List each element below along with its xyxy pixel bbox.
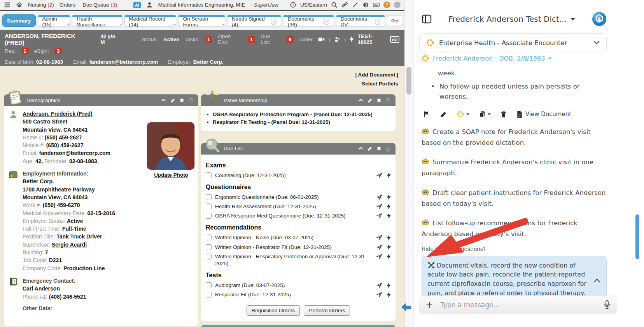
checkbox[interactable] [206, 235, 212, 240]
user-avatar-placeholder[interactable] [394, 2, 401, 8]
req-count-badge[interactable]: 1 [21, 48, 29, 54]
collapse-icon[interactable] [358, 146, 363, 151]
search-icon[interactable] [331, 2, 338, 8]
select-portlets-link[interactable]: Select Portlets [355, 80, 398, 89]
chevron-up-icon[interactable] [593, 277, 601, 286]
close-icon[interactable]: ✖ [377, 97, 381, 103]
main-scrollbar-track[interactable] [404, 0, 413, 327]
requisition-orders-button[interactable]: Requisition Orders [247, 305, 300, 316]
tab-documents-dv[interactable]: Documents-DV↗ [336, 15, 385, 26]
quick-action-bolt-icon[interactable] [350, 36, 354, 42]
edit-icon[interactable] [368, 98, 373, 103]
help-icon[interactable]: ? [383, 2, 390, 8]
flag-icon[interactable] [423, 111, 430, 118]
tab-on-screen-forms[interactable]: On Screen Forms [178, 15, 225, 26]
close-icon[interactable]: ✖ [180, 97, 184, 103]
order-link[interactable]: Order [299, 37, 313, 42]
quick-action-bolt-icon[interactable] [387, 235, 391, 240]
esign-count-badge[interactable]: 3 [54, 48, 62, 54]
due-list-header[interactable]: Due List ✖ [201, 143, 396, 155]
trash-icon[interactable] [500, 111, 507, 118]
checkbox[interactable] [206, 194, 212, 200]
send-icon[interactable] [376, 213, 382, 219]
collapse-sidebar-arrow-icon[interactable] [400, 302, 413, 312]
suggestion-item[interactable]: List follow-up recommendations for Frede… [422, 218, 607, 240]
message-input[interactable] [440, 301, 597, 309]
perform-orders-button[interactable]: Perform Orders [304, 305, 350, 316]
wand-icon[interactable] [352, 2, 359, 8]
main-scrollbar-thumb[interactable] [406, 67, 411, 95]
supervisor-link[interactable]: Sergio Acardi [52, 242, 87, 248]
view-document-button[interactable]: View Document [516, 111, 571, 118]
encounter-selector[interactable]: Enterprise Health - Associate Encounter [419, 33, 607, 52]
checkbox[interactable] [206, 254, 212, 259]
send-icon[interactable] [376, 244, 382, 250]
add-person-icon[interactable] [334, 36, 341, 43]
video-camera-icon[interactable] [318, 36, 325, 43]
chart-stats-icon[interactable] [390, 36, 400, 43]
sidebar-scrollbar-thumb[interactable] [635, 214, 639, 259]
update-photo-link[interactable]: Update Photo [154, 172, 188, 178]
checkbox[interactable] [206, 292, 212, 297]
send-icon[interactable] [376, 235, 382, 240]
nav-doc-queue[interactable]: Doc Queue(3) [82, 2, 117, 8]
checkbox[interactable] [206, 213, 212, 219]
globe-icon[interactable] [362, 2, 369, 8]
quick-action-bolt-icon[interactable] [387, 204, 391, 209]
tab-medical-record[interactable]: Medical Record (14) [124, 15, 177, 26]
tab-health-surveillance[interactable]: Health Surveillance [72, 15, 122, 26]
send-icon[interactable] [376, 254, 382, 259]
attach-plus-button[interactable]: + [425, 300, 433, 310]
tab-documents[interactable]: Documents (36)↗ [283, 15, 334, 26]
add-document-link[interactable]: | Add Document | [355, 71, 398, 80]
hamburger-menu-icon[interactable] [4, 2, 10, 8]
demographics-portlet-header[interactable]: Demographics ✖ [4, 94, 198, 106]
move-icon[interactable] [385, 146, 391, 151]
open-enc-count-badge[interactable]: 1 [248, 36, 255, 43]
checkbox[interactable] [206, 172, 212, 178]
tab-settings-button[interactable]: ⚙⚙ [387, 15, 402, 26]
send-icon[interactable] [376, 204, 382, 209]
open-external-icon[interactable]: ↗ [375, 19, 381, 25]
send-icon[interactable] [376, 292, 382, 297]
home-icon[interactable] [16, 2, 23, 8]
close-icon[interactable]: ✖ [377, 146, 381, 151]
tab-needs-signed[interactable]: Needs Signed (4)↗ [227, 15, 281, 26]
nav-orders[interactable]: Orders [60, 2, 77, 8]
move-icon[interactable] [385, 97, 391, 103]
checkbox[interactable] [206, 204, 212, 209]
move-icon[interactable] [188, 97, 194, 103]
copy-menu[interactable] [479, 111, 491, 118]
checkbox[interactable] [206, 282, 212, 288]
open-external-icon[interactable]: ↗ [271, 19, 276, 25]
send-icon[interactable] [376, 282, 382, 288]
quick-action-bolt-icon[interactable] [387, 172, 391, 178]
tasks-count-badge[interactable]: 1 [205, 36, 212, 43]
collapse-icon[interactable] [358, 98, 363, 103]
open-external-icon[interactable]: ↗ [324, 19, 329, 25]
nav-nursing[interactable]: Nursing(2) [28, 2, 54, 8]
edit-icon[interactable] [170, 98, 175, 103]
due-list-count-badge[interactable]: 9 [286, 36, 294, 43]
suggestion-item[interactable]: Summarize Frederick Anderson's clinic vi… [422, 157, 607, 179]
quick-action-bolt-icon[interactable] [387, 282, 391, 288]
patient-context-dropdown[interactable]: Frederick Anderson - DOB: 2/8/1983 [422, 54, 551, 62]
quick-action-bolt-icon[interactable] [387, 213, 391, 219]
collapse-icon[interactable] [161, 98, 166, 103]
edit-pencil-icon[interactable] [440, 111, 447, 118]
send-icon[interactable] [376, 194, 382, 200]
quick-action-bolt-icon[interactable] [387, 292, 391, 297]
tab-summary[interactable]: Summary [2, 14, 36, 27]
session-title-dropdown[interactable]: Frederick Anderson Test Dict... [432, 14, 592, 24]
patient-name-link[interactable]: Anderson, Frederick (Fred) [23, 111, 93, 117]
link-icon[interactable] [341, 2, 348, 8]
quick-action-bolt-icon[interactable] [387, 254, 391, 259]
hide-suggestions-link[interactable]: Hide these suggestions? [422, 246, 607, 252]
suggestion-item[interactable]: Draft clear patient instructions for Fre… [422, 188, 607, 209]
panel-membership-header[interactable]: Panel Membership ✖ [201, 94, 396, 106]
checkbox[interactable] [206, 244, 212, 250]
quick-action-bolt-icon[interactable] [387, 194, 391, 200]
edit-icon[interactable] [368, 146, 373, 151]
send-icon[interactable] [376, 172, 382, 178]
tab-admin[interactable]: Admin (15) [38, 15, 70, 26]
